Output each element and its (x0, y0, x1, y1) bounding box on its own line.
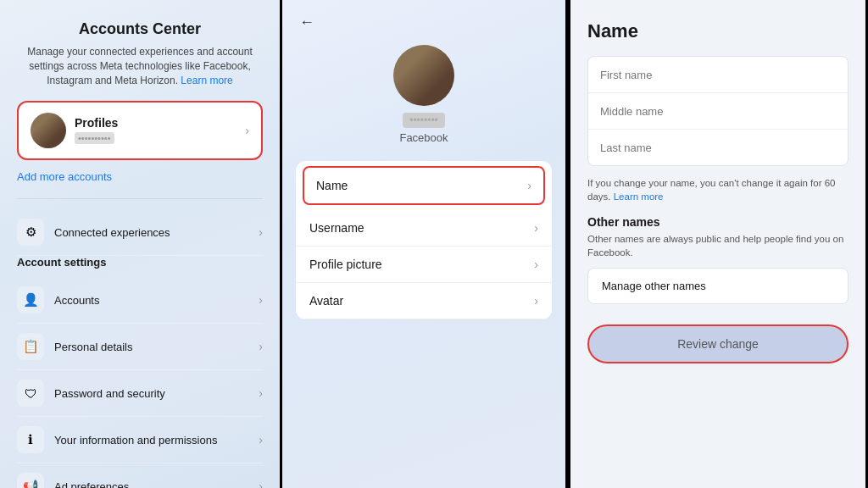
middle-menu-label: Avatar (309, 294, 343, 308)
menu-item-left: ℹ Your information and permissions (17, 426, 217, 453)
accounts-center-subtitle: Manage your connected experiences and ac… (17, 45, 263, 87)
right-panel: Name If you change your name, you can't … (568, 0, 865, 488)
middle-panel: ← •••••••• Facebook Name › Username › Pr… (280, 0, 568, 488)
middle-menu: Name › Username › Profile picture › Avat… (296, 161, 552, 319)
menu-icon: 👤 (17, 286, 44, 313)
menu-label: Accounts (54, 294, 99, 307)
menu-icon: 📋 (17, 333, 44, 360)
menu-label: Password and security (54, 387, 165, 400)
chevron-right-icon: › (534, 258, 538, 271)
menu-label: Ad preferences (54, 480, 129, 488)
menu-item-personal-details[interactable]: 📋 Personal details › (17, 324, 263, 370)
add-more-accounts-link[interactable]: Add more accounts (17, 170, 263, 183)
menu-item-left: 📢 Ad preferences (17, 473, 129, 488)
avatar-large (393, 45, 454, 106)
middle-handle: •••••••• (403, 113, 445, 128)
profile-handle: •••••••••• (75, 132, 114, 144)
profile-name: Profiles (75, 116, 118, 130)
chevron-right-icon: › (259, 340, 263, 353)
left-panel: Accounts Center Manage your connected ex… (0, 0, 280, 488)
chevron-right-icon: › (245, 124, 249, 137)
menu-item-your-information-and-permissions[interactable]: ℹ Your information and permissions › (17, 417, 263, 463)
chevron-right-icon: › (259, 480, 263, 488)
chevron-right-icon: › (534, 294, 538, 308)
account-settings-label: Account settings (17, 256, 263, 269)
divider (17, 198, 263, 199)
last-name-input[interactable] (600, 141, 836, 154)
connected-experiences-item[interactable]: ⚙ Connected experiences › (17, 209, 263, 256)
review-change-button[interactable]: Review change (587, 324, 849, 363)
profiles-card[interactable]: Profiles •••••••••• › (17, 101, 263, 160)
middle-menu-item-avatar[interactable]: Avatar › (296, 283, 552, 319)
menu-icon: ℹ (17, 426, 44, 453)
accounts-center-title: Accounts Center (17, 20, 263, 38)
menu-item-left: 🛡 Password and security (17, 380, 165, 407)
middle-menu-label: Profile picture (309, 258, 382, 271)
menu-item-accounts[interactable]: 👤 Accounts › (17, 277, 263, 324)
middle-header: ← (282, 0, 565, 31)
first-name-field[interactable] (588, 57, 848, 93)
menu-label: Personal details (54, 341, 133, 353)
middle-menu-label: Name (316, 179, 348, 192)
learn-more-link-right[interactable]: Learn more (614, 191, 664, 202)
connected-experiences-label: Connected experiences (54, 226, 170, 239)
middle-menu-label: Username (309, 221, 364, 235)
connected-experiences-left: ⚙ Connected experiences (17, 219, 170, 246)
learn-more-link-left[interactable]: Learn more (181, 75, 232, 86)
chevron-right-icon: › (534, 221, 538, 235)
chevron-right-icon: › (259, 433, 263, 446)
middle-name-field[interactable] (588, 93, 848, 130)
name-field-group (587, 56, 849, 166)
middle-menu-item-username[interactable]: Username › (296, 210, 552, 247)
other-names-title: Other names (587, 215, 849, 229)
menu-label: Your information and permissions (54, 434, 217, 446)
warning-text: If you change your name, you can't chang… (587, 176, 849, 203)
profile-text: Profiles •••••••••• (75, 116, 118, 145)
chevron-right-icon: › (259, 225, 263, 239)
menu-item-ad-preferences[interactable]: 📢 Ad preferences › (17, 463, 263, 488)
connected-icon: ⚙ (17, 219, 44, 246)
menu-item-left: 👤 Accounts (17, 286, 99, 313)
account-settings-menu: 👤 Accounts › 📋 Personal details › 🛡 Pass… (17, 277, 263, 488)
menu-item-password-and-security[interactable]: 🛡 Password and security › (17, 370, 263, 417)
first-name-input[interactable] (600, 69, 836, 81)
chevron-right-icon: › (527, 179, 531, 192)
back-arrow-icon[interactable]: ← (299, 14, 314, 31)
chevron-right-icon: › (259, 386, 263, 400)
right-title: Name (587, 20, 849, 42)
middle-profile: •••••••• Facebook (282, 31, 565, 161)
menu-icon: 📢 (17, 473, 44, 488)
middle-menu-item-profile-picture[interactable]: Profile picture › (296, 247, 552, 283)
menu-item-left: 📋 Personal details (17, 333, 133, 360)
last-name-field[interactable] (588, 130, 848, 165)
middle-name-input[interactable] (600, 105, 836, 118)
menu-icon: 🛡 (17, 380, 44, 407)
manage-other-names-button[interactable]: Manage other names (587, 268, 849, 304)
avatar (31, 113, 66, 148)
other-names-desc: Other names are always public and help p… (587, 232, 849, 259)
middle-platform: Facebook (399, 131, 448, 144)
profiles-card-left: Profiles •••••••••• (31, 113, 118, 148)
middle-menu-item-name[interactable]: Name › (303, 166, 545, 205)
chevron-right-icon: › (259, 293, 263, 307)
